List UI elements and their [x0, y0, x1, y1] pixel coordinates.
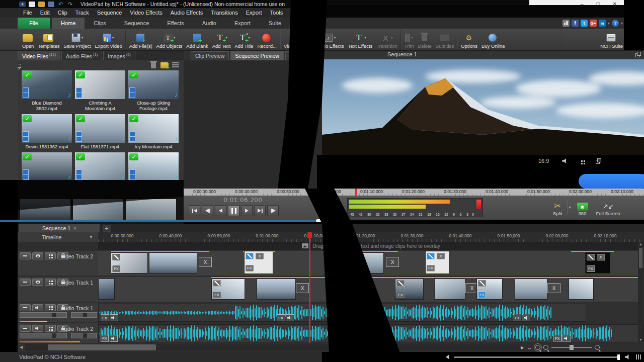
fx-badge[interactable]: FX	[427, 265, 435, 272]
chevron-down-icon[interactable]: ▾	[621, 21, 623, 26]
scrollbar-thumb[interactable]	[48, 344, 156, 350]
ribbon-tab[interactable]: Sequence	[115, 18, 158, 29]
fx-badge[interactable]: FX	[101, 335, 109, 342]
fade-icon[interactable]	[112, 254, 120, 260]
scroll-right-icon[interactable]: ▶	[521, 345, 524, 350]
fx-badge[interactable]: FX	[246, 265, 254, 272]
fx-badge[interactable]: FX	[101, 314, 109, 321]
expand-icon[interactable]	[596, 158, 601, 164]
eye-icon[interactable]	[32, 252, 43, 259]
ribbon-tab[interactable]: Clips	[85, 18, 115, 29]
toolbar-button[interactable]: Add Blank	[184, 29, 210, 50]
scrollbar-thumb[interactable]	[639, 248, 642, 268]
timeline-clip[interactable]: FX	[211, 279, 245, 300]
crossfade-grid-icon[interactable]	[45, 252, 56, 259]
preview-scrub-ruler[interactable]: 0:00:30.0000:00:40.0000:00:50.0000:01:00…	[184, 189, 644, 196]
grid-icon[interactable]	[581, 160, 583, 162]
fx-badge[interactable]: FX	[587, 265, 595, 272]
menu-item[interactable]: Transitions	[207, 8, 242, 18]
timeline-view-dropdown[interactable]: Timeline ▼	[18, 232, 98, 242]
transition-badge[interactable]: X	[437, 253, 445, 259]
pan-slider[interactable]	[71, 312, 97, 318]
ribbon-tab[interactable]: Export	[225, 18, 260, 29]
timeline-horizontal-scrollbar[interactable]: ◀	[18, 344, 521, 351]
pan-slider[interactable]	[71, 333, 97, 338]
menu-item[interactable]: Tools	[266, 8, 287, 18]
close-tab-icon[interactable]: ×	[73, 226, 76, 231]
toolbar-button[interactable]: T▾ Text Effects	[346, 29, 374, 50]
media-bin-tab[interactable]: Images(5)	[103, 51, 135, 61]
media-bin-tab[interactable]: Video Files(12)	[18, 51, 60, 61]
left-arrow-icon[interactable]	[446, 355, 449, 359]
collapse-track-icon[interactable]	[20, 304, 31, 311]
fx-badge[interactable]: FX	[478, 292, 486, 298]
fx-badge[interactable]: FX	[277, 314, 285, 321]
open-project-icon[interactable]	[38, 2, 45, 7]
play-button[interactable]	[241, 205, 253, 216]
ribbon-tab[interactable]: File	[18, 18, 50, 29]
subscribe-button[interactable]	[579, 174, 644, 189]
linkedin-icon[interactable]: in	[599, 20, 606, 27]
scroll-down-icon[interactable]: ▼	[638, 337, 643, 342]
menu-item[interactable]: Audio Effects	[167, 8, 207, 18]
fade-icon[interactable]	[587, 254, 595, 260]
fade-icon[interactable]	[478, 280, 486, 287]
sequence-tab[interactable]: Sequence 1 ×	[19, 224, 100, 232]
fade-icon[interactable]	[246, 253, 254, 259]
speaker-badge[interactable]	[562, 335, 571, 342]
transition-badge[interactable]: X	[199, 257, 212, 267]
collapse-track-icon[interactable]	[20, 252, 31, 259]
collapse-track-icon[interactable]	[20, 279, 31, 286]
crossfade-grid-icon[interactable]	[45, 279, 56, 286]
media-bin-tab[interactable]: Audio Files(1)	[61, 51, 102, 61]
googleplus-icon[interactable]: G+	[590, 20, 597, 27]
toolbar-button[interactable]: T▾ Add Objects	[154, 29, 185, 50]
ribbon-tab[interactable]: Home	[52, 18, 85, 29]
menu-item[interactable]: Clip	[54, 8, 71, 18]
menu-item[interactable]: Sequence	[93, 8, 126, 18]
media-file-item[interactable]: ✓ ♪ Down 1581362.mp4	[22, 114, 72, 149]
toolbar-button[interactable]: ▾ Trim	[403, 29, 416, 50]
media-file-item[interactable]: ✓ ♪	[75, 152, 125, 180]
speaker-badge[interactable]	[522, 314, 530, 321]
go-to-start-button[interactable]	[189, 205, 200, 216]
timeline-clip[interactable]	[98, 279, 115, 300]
transition-badge[interactable]: X	[547, 283, 560, 293]
timeline-clip[interactable]	[149, 252, 197, 274]
like-icon[interactable]	[562, 20, 570, 27]
fade-icon[interactable]	[427, 253, 435, 259]
menu-item[interactable]: Export	[242, 8, 266, 18]
timeline-ruler[interactable]: 0:00:30,0000:00:40,0000:00:50,0000:01:00…	[98, 232, 644, 242]
toolbar-button[interactable]: Delete	[416, 29, 433, 50]
crossfade-grid-icon[interactable]	[45, 325, 56, 332]
fade-icon[interactable]	[396, 280, 405, 287]
toolbar-button[interactable]: Buy Online	[479, 29, 507, 50]
zoom-out-icon[interactable]	[543, 345, 548, 350]
add-folder-icon[interactable]	[160, 62, 169, 68]
full-screen-button[interactable]: ↗↙ Full Screen	[593, 197, 623, 217]
speaker-badge[interactable]	[110, 314, 118, 321]
toolbar-button[interactable]: Add File(s)	[127, 29, 154, 50]
popout-panel-icon[interactable]	[18, 64, 21, 69]
menu-item[interactable]: Video Effects	[126, 8, 166, 18]
crossfade-grid-icon[interactable]	[45, 304, 56, 311]
next-frame-button[interactable]	[254, 205, 266, 216]
menu-item[interactable]: Track	[71, 8, 93, 18]
toolbar-button[interactable]: T▾ Add Title	[232, 29, 255, 50]
transition-badge[interactable]: X	[256, 253, 264, 259]
toolbar-button[interactable]: ▾ Export Video	[93, 29, 124, 50]
twitter-icon[interactable]: t	[581, 20, 588, 27]
toolbar-button[interactable]: T▾ Add Text	[210, 29, 233, 50]
position-slider[interactable]	[454, 356, 620, 358]
speaker-badge[interactable]	[286, 314, 294, 321]
redo-icon[interactable]: ↷	[67, 2, 73, 7]
scroll-up-icon[interactable]: ▲	[638, 242, 643, 247]
fit-to-width-icon[interactable]: ↔	[527, 344, 532, 350]
pause-button[interactable]	[228, 205, 239, 216]
fx-badge[interactable]: FX	[112, 265, 120, 272]
volume-slider[interactable]	[20, 333, 67, 338]
popout-panel-icon[interactable]	[635, 52, 641, 57]
speaker-icon[interactable]	[32, 325, 43, 332]
timeline-clip-selected[interactable]: X FX	[425, 251, 449, 274]
transition-badge[interactable]: X	[296, 283, 309, 293]
